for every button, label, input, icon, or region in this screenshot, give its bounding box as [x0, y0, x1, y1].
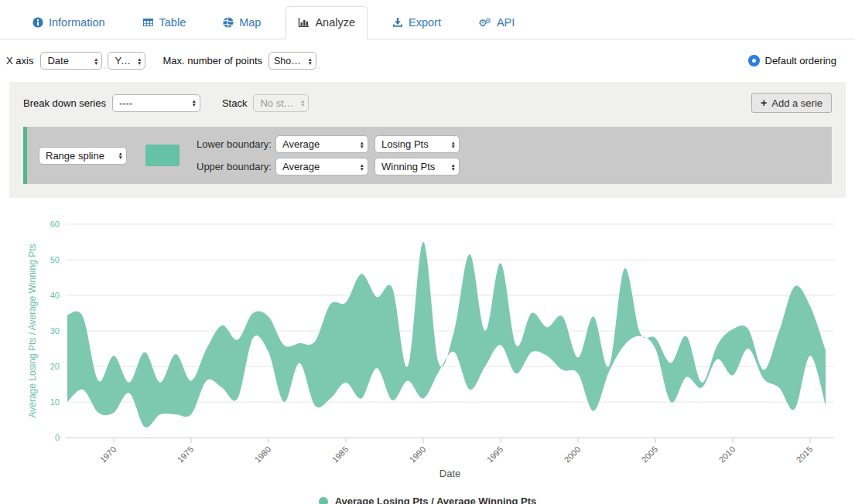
tab-map[interactable]: Map: [210, 6, 273, 39]
analyze-chart[interactable]: 1970197519801985199019952000200520102015…: [0, 209, 855, 489]
y-tick-label: 10: [50, 397, 60, 407]
y-tick-label: 30: [50, 326, 60, 335]
legend-label: Average Losing Pts / Average Winning Pts: [335, 495, 537, 504]
lower-boundary-field-select[interactable]: Losing Pts ▲▼: [374, 135, 460, 153]
x-tick-label: 1970: [98, 444, 118, 465]
tab-api[interactable]: ⚙⚙ API: [466, 6, 527, 39]
x-axis-label: X axis: [6, 55, 33, 66]
tab-label: Export: [409, 16, 441, 29]
svg-text:⚙: ⚙: [485, 17, 491, 25]
series-builder: Break down series ---- ▲▼ Stack No stack…: [9, 82, 846, 198]
globe-icon: [223, 17, 234, 28]
bar-chart-icon: [298, 17, 310, 28]
max-points-select[interactable]: Show all ▲▼: [268, 52, 316, 70]
serie-type-select[interactable]: Range spline ▲▼: [39, 147, 127, 165]
axis-controls-row: X axis Date ▲▼ Year ▲▼ Max. number of po…: [0, 39, 855, 82]
y-tick-label: 0: [55, 433, 60, 442]
serie-config-panel: Range spline ▲▼ Lower boundary: Average …: [23, 127, 832, 184]
select-arrows-icon: ▲▼: [94, 57, 98, 65]
breakdown-select[interactable]: ---- ▲▼: [112, 94, 200, 112]
tab-information[interactable]: Information: [20, 6, 118, 39]
upper-boundary-label: Upper boundary:: [197, 161, 269, 172]
y-tick-label: 60: [50, 220, 60, 229]
default-ordering-option: Default ordering: [748, 55, 837, 66]
legend-item[interactable]: Average Losing Pts / Average Winning Pts: [0, 495, 855, 504]
x-tick-label: 1995: [485, 444, 505, 465]
select-arrows-icon: ▲▼: [300, 99, 305, 107]
select-arrows-icon: ▲▼: [308, 57, 313, 65]
tab-label: Analyze: [315, 16, 355, 29]
select-arrows-icon: ▲▼: [192, 99, 197, 107]
select-arrows-icon: ▲▼: [137, 57, 142, 65]
select-arrows-icon: ▲▼: [451, 163, 456, 171]
x-tick-label: 2015: [795, 444, 815, 465]
x-tick-label: 1975: [176, 444, 196, 465]
select-arrows-icon: ▲▼: [360, 141, 364, 148]
tab-label: Information: [49, 16, 105, 29]
stack-select: No stack ▲▼: [253, 94, 309, 112]
select-arrows-icon: ▲▼: [118, 152, 123, 159]
breakdown-label: Break down series: [23, 97, 106, 109]
tab-export[interactable]: Export: [380, 6, 453, 39]
x-axis-title: Date: [439, 468, 460, 479]
stack-label: Stack: [222, 97, 248, 109]
gears-icon: ⚙⚙: [478, 17, 491, 28]
y-axis-title: Average Losing Pts / Average Winning Pts: [27, 243, 38, 417]
x-axis-field-select[interactable]: Date ▲▼: [40, 52, 102, 70]
x-tick-label: 1980: [253, 444, 273, 465]
lower-boundary-label: Lower boundary:: [197, 138, 269, 150]
x-tick-label: 2010: [717, 444, 737, 465]
tab-label: Table: [159, 16, 186, 29]
y-tick-label: 20: [50, 362, 60, 371]
max-points-label: Max. number of points: [162, 55, 262, 66]
plus-icon: +: [761, 97, 767, 109]
x-tick-label: 1990: [408, 444, 428, 465]
lower-boundary-function-select[interactable]: Average ▲▼: [275, 135, 368, 153]
add-serie-button[interactable]: + Add a serie: [751, 93, 832, 113]
select-arrows-icon: ▲▼: [451, 141, 456, 148]
x-tick-label: 2000: [563, 444, 583, 465]
upper-boundary-field-select[interactable]: Winning Pts ▲▼: [374, 158, 460, 175]
chart-area: 1970197519801985199019952000200520102015…: [0, 209, 855, 504]
table-icon: [142, 17, 154, 28]
y-tick-label: 40: [50, 291, 60, 300]
serie-color-swatch[interactable]: [145, 145, 180, 166]
x-tick-label: 1985: [330, 444, 351, 465]
tab-analyze[interactable]: Analyze: [286, 6, 368, 39]
default-ordering-radio[interactable]: [748, 55, 760, 66]
range-area-path: [67, 242, 826, 427]
dataset-tabs: Information Table Map Analyze Export ⚙⚙ …: [0, 0, 855, 39]
legend-marker-icon: [319, 497, 328, 504]
upper-boundary-function-select[interactable]: Average ▲▼: [275, 158, 368, 175]
default-ordering-label: Default ordering: [765, 55, 837, 66]
tab-label: API: [497, 16, 515, 29]
download-icon: [392, 17, 403, 28]
y-tick-label: 50: [50, 255, 60, 264]
x-tick-label: 2005: [640, 444, 660, 465]
info-circle-icon: [32, 17, 43, 28]
x-axis-interval-select[interactable]: Year ▲▼: [108, 52, 145, 70]
select-arrows-icon: ▲▼: [360, 163, 364, 171]
tab-table[interactable]: Table: [130, 6, 199, 39]
tab-label: Map: [239, 16, 261, 29]
